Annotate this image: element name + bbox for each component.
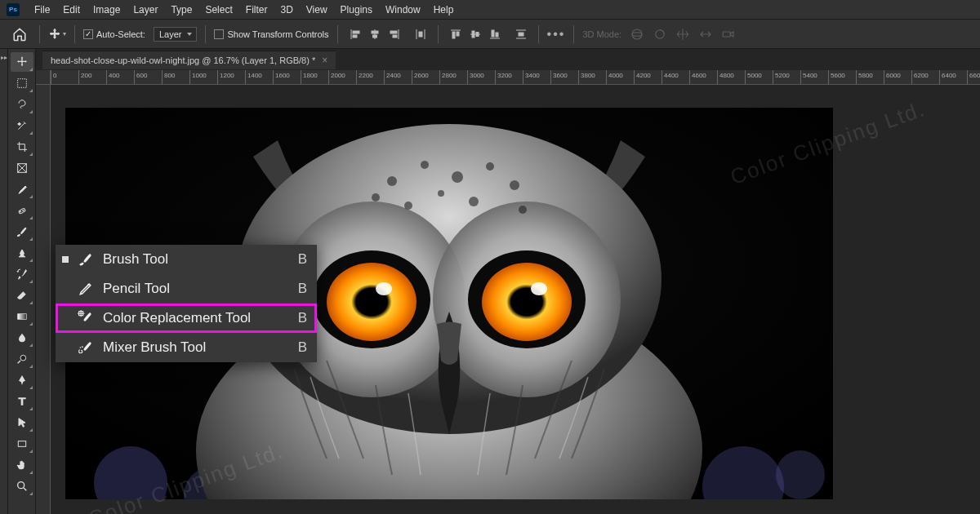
- align-top-icon[interactable]: [447, 25, 465, 43]
- svg-rect-38: [18, 441, 25, 447]
- auto-select-checkbox[interactable]: Auto-Select:: [83, 29, 145, 39]
- separator: [39, 25, 40, 43]
- svg-point-37: [20, 355, 26, 361]
- ruler-origin[interactable]: [36, 70, 51, 85]
- ruler-vertical[interactable]: [36, 85, 51, 514]
- distribute-v-icon[interactable]: [512, 25, 530, 43]
- tool-move[interactable]: [11, 52, 33, 72]
- brush-icon: [77, 250, 95, 268]
- flyout-item-shortcut: B: [298, 310, 307, 326]
- menu-plugins[interactable]: Plugins: [334, 4, 379, 16]
- svg-rect-17: [476, 32, 479, 36]
- svg-rect-20: [496, 33, 498, 37]
- separator: [538, 25, 539, 43]
- separator: [573, 25, 574, 43]
- home-button[interactable]: [8, 24, 31, 44]
- menu-layer[interactable]: Layer: [127, 4, 164, 16]
- svg-rect-13: [452, 32, 455, 38]
- tools-panel: [8, 49, 36, 514]
- flyout-item-shortcut: B: [298, 251, 307, 268]
- flyout-brush-tool[interactable]: Brush Tool B: [56, 245, 317, 274]
- flyout-color-replacement-tool[interactable]: Color Replacement Tool B: [56, 304, 317, 333]
- distribute-h-icon[interactable]: [412, 25, 430, 43]
- tool-frame[interactable]: [11, 158, 33, 178]
- flyout-item-shortcut: B: [298, 339, 307, 356]
- tool-gradient[interactable]: [11, 307, 33, 326]
- tool-zoom[interactable]: [11, 476, 33, 496]
- svg-point-34: [22, 210, 23, 210]
- auto-select-dropdown[interactable]: Layer: [154, 27, 198, 42]
- expand-panels-strip[interactable]: ▸▸: [0, 49, 8, 514]
- tool-clone[interactable]: [11, 243, 33, 263]
- menu-window[interactable]: Window: [379, 4, 427, 16]
- svg-rect-2: [353, 35, 357, 38]
- align-left-icon[interactable]: [346, 25, 364, 43]
- show-transform-checkbox[interactable]: Show Transform Controls: [214, 29, 328, 39]
- mode-3d-label: 3D Mode:: [582, 29, 621, 39]
- pencil-icon: [77, 280, 95, 298]
- align-bottom-icon[interactable]: [486, 25, 504, 43]
- tool-brush[interactable]: [11, 222, 33, 241]
- orbit-3d-icon[interactable]: [630, 27, 644, 42]
- tool-blur[interactable]: [11, 328, 33, 348]
- svg-point-33: [20, 211, 20, 212]
- menu-help[interactable]: Help: [427, 4, 461, 16]
- separator: [74, 25, 75, 43]
- active-indicator: [62, 315, 69, 321]
- menu-3d[interactable]: 3D: [274, 4, 299, 16]
- tool-marquee[interactable]: [11, 73, 33, 93]
- pan-3d-icon[interactable]: [675, 27, 690, 42]
- menu-file[interactable]: File: [28, 4, 56, 16]
- flyout-pencil-tool[interactable]: Pencil Tool B: [56, 274, 317, 304]
- tool-history-brush[interactable]: [11, 264, 33, 284]
- menu-filter[interactable]: Filter: [239, 4, 274, 16]
- document-tab[interactable]: head-shot-close-up-wild-owl-night.jpg @ …: [42, 51, 336, 69]
- svg-rect-36: [17, 314, 26, 320]
- tool-pen[interactable]: [11, 370, 33, 390]
- tool-hand[interactable]: [11, 455, 33, 475]
- svg-rect-32: [18, 208, 25, 214]
- menu-type[interactable]: Type: [164, 4, 198, 16]
- document-tab-bar: head-shot-close-up-wild-owl-night.jpg @ …: [36, 49, 980, 70]
- svg-rect-35: [19, 256, 25, 257]
- menu-view[interactable]: View: [300, 4, 334, 16]
- svg-rect-27: [723, 32, 730, 37]
- tool-rectangle[interactable]: [11, 434, 33, 454]
- tool-path-select[interactable]: [11, 413, 33, 432]
- tool-healing[interactable]: [11, 201, 33, 220]
- svg-point-56: [387, 176, 397, 186]
- checkbox-icon: [214, 29, 224, 39]
- tool-dodge[interactable]: [11, 349, 33, 369]
- flyout-mixer-brush-tool[interactable]: Mixer Brush Tool B: [56, 333, 317, 362]
- active-indicator: [62, 256, 69, 263]
- align-right-icon[interactable]: [385, 25, 403, 43]
- tool-crop[interactable]: [11, 137, 33, 157]
- app-icon: Ps: [7, 3, 20, 16]
- align-hcenter-icon[interactable]: [366, 25, 384, 43]
- svg-point-54: [376, 282, 392, 295]
- close-icon[interactable]: ×: [322, 55, 327, 66]
- tool-magic-wand[interactable]: [11, 116, 33, 135]
- align-vcenter-icon[interactable]: [466, 25, 484, 43]
- roll-3d-icon[interactable]: [653, 27, 667, 42]
- menu-select[interactable]: Select: [198, 4, 238, 16]
- more-options-icon[interactable]: •••: [547, 27, 566, 42]
- svg-point-61: [404, 202, 412, 210]
- brush-tool-flyout: Brush Tool B Pencil Tool B Color Replace…: [56, 245, 317, 362]
- menu-edit[interactable]: Edit: [56, 4, 87, 16]
- tool-type[interactable]: [11, 392, 33, 411]
- slide-3d-icon[interactable]: [698, 27, 713, 42]
- ruler-horizontal[interactable]: 0200400600800100012001400160018002000220…: [51, 70, 980, 85]
- tool-lasso[interactable]: [11, 95, 33, 114]
- svg-rect-14: [457, 32, 459, 36]
- camera-3d-icon[interactable]: [721, 27, 736, 42]
- tool-eraser[interactable]: [11, 286, 33, 305]
- align-group-2: [447, 25, 504, 43]
- move-tool-thumb[interactable]: ▾: [48, 28, 66, 41]
- chevron-right-icon: ▸▸: [1, 54, 7, 61]
- svg-point-25: [632, 32, 642, 36]
- menu-image[interactable]: Image: [87, 4, 127, 16]
- options-bar: ▾ Auto-Select: Layer Show Transform Cont…: [0, 20, 980, 49]
- tool-eyedropper[interactable]: [11, 179, 33, 199]
- svg-rect-23: [519, 33, 523, 36]
